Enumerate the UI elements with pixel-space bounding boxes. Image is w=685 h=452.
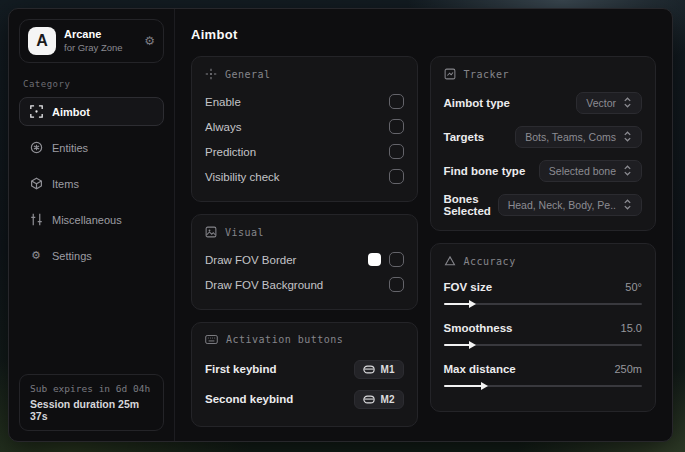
card-title: Accuracy bbox=[464, 256, 516, 267]
setting-label: FOV size bbox=[444, 281, 493, 293]
unfold-icon bbox=[623, 165, 632, 176]
setting-label: First keybind bbox=[205, 363, 277, 375]
sidebar-item-label: Aimbot bbox=[52, 106, 90, 118]
left-column: General Enable Always Prediction bbox=[191, 56, 418, 439]
setting-row-max-distance: Max distance 250m bbox=[444, 358, 643, 391]
sidebar: A Arcane for Gray Zone ⚙ Category Aimbot… bbox=[9, 9, 175, 441]
bones-selected-dropdown[interactable]: Head, Neck, Body, Pe.. bbox=[498, 194, 642, 216]
setting-row-draw-fov-background: Draw FOV Background bbox=[205, 272, 404, 297]
aimbot-type-dropdown[interactable]: Vector bbox=[576, 92, 642, 114]
setting-row-smoothness: Smoothness 15.0 bbox=[444, 317, 643, 350]
setting-row-enable: Enable bbox=[205, 89, 404, 114]
right-column: Tracker Aimbot type Vector Targets bbox=[430, 56, 657, 424]
setting-label: Max distance bbox=[444, 363, 516, 375]
setting-row-aimbot-type: Aimbot type Vector bbox=[444, 89, 643, 116]
sidebar-item-aimbot[interactable]: Aimbot bbox=[19, 97, 164, 126]
always-checkbox[interactable] bbox=[389, 119, 404, 134]
draw-fov-background-checkbox[interactable] bbox=[389, 277, 404, 292]
setting-row-fov-size: FOV size 50° bbox=[444, 276, 643, 309]
category-label: Category bbox=[23, 79, 160, 89]
slider-thumb[interactable] bbox=[469, 300, 476, 308]
brand-card: A Arcane for Gray Zone ⚙ bbox=[19, 19, 164, 63]
keybind-value: M1 bbox=[381, 364, 395, 375]
setting-label: Draw FOV Border bbox=[205, 254, 296, 266]
card-title: General bbox=[225, 69, 271, 80]
draw-fov-border-checkbox[interactable] bbox=[389, 252, 404, 267]
slider-thumb[interactable] bbox=[481, 382, 488, 390]
setting-row-draw-fov-border: Draw FOV Border bbox=[205, 247, 404, 272]
activation-buttons-card: Activation buttons First keybind M1 bbox=[191, 322, 418, 427]
scope-icon bbox=[205, 68, 217, 80]
find-bone-type-dropdown[interactable]: Selected bone bbox=[539, 160, 642, 182]
brand-name: Arcane bbox=[64, 28, 136, 42]
gear-icon: ⚙ bbox=[29, 249, 43, 262]
setting-row-bones-selected: Bones Selected Head, Neck, Body, Pe.. bbox=[444, 191, 643, 218]
sidebar-item-label: Entities bbox=[52, 142, 88, 154]
targets-dropdown[interactable]: Bots, Teams, Coms bbox=[515, 126, 642, 148]
first-keybind-button[interactable]: M1 bbox=[354, 360, 404, 379]
sidebar-item-items[interactable]: Items bbox=[19, 169, 164, 198]
main-panel: Aimbot General Enable bbox=[175, 9, 672, 441]
second-keybind-button[interactable]: M2 bbox=[354, 390, 404, 409]
card-title: Tracker bbox=[464, 69, 510, 80]
setting-row-first-keybind: First keybind M1 bbox=[205, 354, 404, 384]
image-icon bbox=[205, 226, 217, 238]
sidebar-item-settings[interactable]: ⚙ Settings bbox=[19, 241, 164, 270]
unfold-icon bbox=[623, 131, 632, 142]
enable-checkbox[interactable] bbox=[389, 94, 404, 109]
slider-value: 15.0 bbox=[621, 322, 642, 334]
slider-thumb[interactable] bbox=[469, 341, 476, 349]
setting-label: Visibility check bbox=[205, 171, 280, 183]
fov-border-color-swatch[interactable] bbox=[368, 253, 381, 266]
general-card: General Enable Always Prediction bbox=[191, 56, 418, 202]
crosshair-icon bbox=[29, 105, 43, 118]
mouse-icon bbox=[363, 395, 375, 404]
cube-icon bbox=[29, 177, 43, 190]
setting-row-second-keybind: Second keybind M2 bbox=[205, 384, 404, 414]
setting-row-prediction: Prediction bbox=[205, 139, 404, 164]
setting-label: Always bbox=[205, 121, 241, 133]
page-title: Aimbot bbox=[191, 27, 656, 42]
delta-icon bbox=[444, 255, 456, 267]
accuracy-card: Accuracy FOV size 50° Smoothness bbox=[430, 243, 657, 412]
max-distance-slider[interactable] bbox=[444, 381, 643, 391]
brand-logo: A bbox=[28, 27, 56, 55]
dropdown-value: Vector bbox=[586, 97, 616, 109]
smoothness-slider[interactable] bbox=[444, 340, 643, 350]
keyboard-icon bbox=[205, 334, 218, 345]
brand-text: Arcane for Gray Zone bbox=[64, 28, 136, 54]
sub-expires-text: Sub expires in 6d 04h bbox=[30, 383, 153, 394]
setting-label: Bones Selected bbox=[444, 193, 498, 217]
card-title: Visual bbox=[225, 227, 264, 238]
setting-label: Draw FOV Background bbox=[205, 279, 323, 291]
setting-row-always: Always bbox=[205, 114, 404, 139]
dropdown-value: Selected bone bbox=[549, 165, 616, 177]
setting-label: Targets bbox=[444, 131, 485, 143]
sidebar-item-label: Items bbox=[52, 178, 79, 190]
visibility-check-checkbox[interactable] bbox=[389, 169, 404, 184]
setting-row-visibility-check: Visibility check bbox=[205, 164, 404, 189]
fov-size-slider[interactable] bbox=[444, 299, 643, 309]
tracker-card: Tracker Aimbot type Vector Targets bbox=[430, 56, 657, 231]
dropdown-value: Bots, Teams, Coms bbox=[525, 131, 616, 143]
prediction-checkbox[interactable] bbox=[389, 144, 404, 159]
sidebar-item-miscellaneous[interactable]: Miscellaneous bbox=[19, 205, 164, 234]
slider-value: 50° bbox=[625, 281, 642, 293]
gear-icon[interactable]: ⚙ bbox=[144, 34, 155, 48]
setting-label: Enable bbox=[205, 96, 241, 108]
setting-label: Smoothness bbox=[444, 322, 513, 334]
mouse-icon bbox=[363, 365, 375, 374]
setting-row-find-bone-type: Find bone type Selected bone bbox=[444, 157, 643, 184]
card-title: Activation buttons bbox=[226, 334, 343, 345]
sidebar-item-label: Miscellaneous bbox=[52, 214, 122, 226]
brand-subtitle: for Gray Zone bbox=[64, 42, 136, 54]
sidebar-item-entities[interactable]: Entities bbox=[19, 133, 164, 162]
sliders-icon bbox=[29, 213, 43, 226]
subscription-card: Sub expires in 6d 04h Session duration 2… bbox=[19, 374, 164, 431]
sidebar-item-label: Settings bbox=[52, 250, 92, 262]
setting-label: Prediction bbox=[205, 146, 256, 158]
setting-label: Find bone type bbox=[444, 165, 526, 177]
setting-label: Second keybind bbox=[205, 393, 293, 405]
keybind-value: M2 bbox=[381, 394, 395, 405]
unfold-icon bbox=[623, 97, 632, 108]
